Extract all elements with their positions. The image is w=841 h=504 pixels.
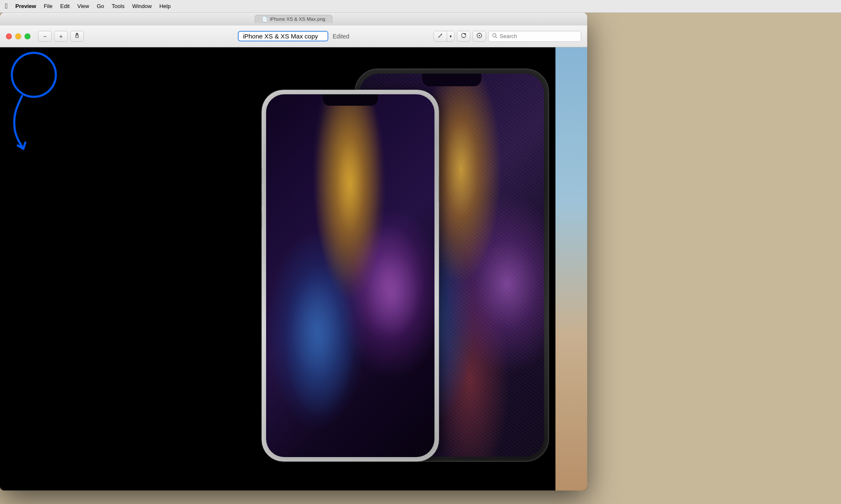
file-tab[interactable]: 📄 iPhone XS & XS Max.png — [255, 15, 333, 23]
close-button[interactable] — [6, 33, 12, 39]
search-icon — [492, 33, 497, 40]
phone-xs — [249, 81, 452, 470]
menu-bar:  Preview File Edit View Go Tools Window… — [0, 0, 841, 13]
image-display — [0, 47, 587, 490]
search-input[interactable] — [500, 33, 577, 39]
apple-menu[interactable]:  — [5, 2, 8, 11]
phone-body-left — [261, 90, 439, 462]
zoom-out-button[interactable]: − — [38, 31, 52, 42]
markup-icon — [437, 33, 443, 40]
zoom-in-button[interactable]: + — [54, 31, 68, 42]
toolbar-right: ▾ — [434, 31, 581, 42]
share-icon — [74, 33, 80, 40]
preview-window: 📄 iPhone XS & XS Max.png − + — [0, 13, 587, 490]
document-title-input[interactable] — [238, 31, 328, 41]
window-title-area: Edited — [238, 31, 349, 41]
svg-point-4 — [12, 53, 56, 97]
rotate-button[interactable] — [457, 31, 470, 42]
desktop-background — [555, 47, 587, 490]
file-icon: 📄 — [262, 16, 268, 22]
image-content — [0, 47, 587, 490]
markup-button[interactable] — [434, 31, 447, 42]
share-button[interactable] — [70, 31, 84, 42]
zoom-in-icon: + — [59, 33, 63, 40]
annotate-button[interactable] — [473, 31, 486, 42]
menu-edit[interactable]: Edit — [60, 3, 69, 9]
svg-point-2 — [479, 35, 480, 36]
annotate-icon — [476, 33, 482, 40]
maximize-button[interactable] — [25, 33, 30, 39]
menu-go[interactable]: Go — [97, 3, 104, 9]
toolbar: − + Edited — [0, 25, 587, 47]
minimize-button[interactable] — [15, 33, 21, 39]
phone-screen-left — [266, 94, 434, 457]
chevron-down-icon: ▾ — [450, 34, 452, 38]
edited-badge: Edited — [333, 33, 349, 40]
menu-tools[interactable]: Tools — [112, 3, 124, 9]
annotation-circle-svg — [0, 47, 85, 166]
menu-help[interactable]: Help — [159, 3, 171, 9]
traffic-lights — [6, 33, 30, 39]
zoom-out-icon: − — [43, 33, 47, 40]
window-titlebar: 📄 iPhone XS & XS Max.png — [0, 13, 587, 25]
menu-file[interactable]: File — [44, 3, 52, 9]
menu-preview[interactable]: Preview — [15, 3, 36, 9]
tab-filename: iPhone XS & XS Max.png — [270, 16, 325, 22]
menu-view[interactable]: View — [77, 3, 89, 9]
markup-dropdown-button[interactable]: ▾ — [447, 31, 455, 42]
toolbar-left-buttons: − + — [38, 31, 84, 42]
search-box[interactable] — [488, 31, 581, 42]
markup-button-group: ▾ — [434, 31, 455, 42]
menu-window[interactable]: Window — [132, 3, 151, 9]
rotate-icon — [461, 33, 467, 40]
